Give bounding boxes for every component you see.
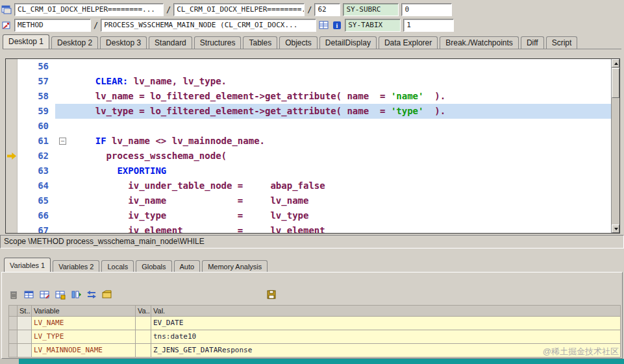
tab-break-watchpoints[interactable]: Break./Watchpoints — [440, 36, 519, 49]
code-text[interactable]: iv_name = lv_name — [55, 193, 611, 208]
code-text[interactable]: lv_type = lo_filtered_element->get_attri… — [55, 104, 611, 119]
code-text[interactable]: process_wsschema_node( — [55, 149, 611, 164]
table-row[interactable]: LV_TYPEtns:date10 — [8, 330, 621, 344]
line-number[interactable]: 59 — [18, 104, 55, 119]
code-segment: process_wsschema_node( — [73, 151, 227, 161]
status-cell — [18, 344, 32, 358]
code-segment: iv_under_table_node = abap_false — [73, 180, 325, 191]
table-row[interactable]: LV_NAMEEV_DATE — [8, 317, 621, 330]
info-icon[interactable]: i — [332, 20, 342, 30]
code-editor-panel: 5657 CLEAR: lv_name, lv_type.58 lv_name … — [5, 58, 620, 234]
header-va[interactable]: Va.. — [136, 305, 151, 317]
scroll-down-icon[interactable] — [612, 224, 619, 233]
watermark-text: @稀土掘金技术社区 — [543, 346, 619, 358]
tab-script[interactable]: Script — [546, 36, 578, 49]
tab-objects[interactable]: Objects — [279, 36, 318, 49]
line-number[interactable]: 66 — [18, 208, 55, 223]
tab-diff[interactable]: Diff — [521, 36, 544, 49]
code-segment: CLEAR: — [95, 76, 129, 86]
code-line: 57 CLEAR: lv_name, lv_type. — [6, 74, 611, 89]
bottom-teal-strip — [19, 359, 624, 364]
code-text[interactable]: iv_element = lv_element — [55, 223, 611, 234]
tab-detaildisplay[interactable]: DetailDisplay — [319, 36, 377, 49]
tab-locals[interactable]: Locals — [101, 260, 134, 273]
table-row[interactable]: LV_MAINNODE_NAMEZ_JENS_GET_DATAResponse — [8, 344, 621, 358]
line-number[interactable]: 62 — [18, 149, 55, 164]
row-selector[interactable] — [8, 344, 18, 358]
tab-globals[interactable]: Globals — [136, 260, 171, 273]
tab-auto[interactable]: Auto — [174, 260, 201, 273]
line-number-field[interactable]: 62 — [314, 3, 340, 16]
structure-grid-icon[interactable] — [319, 20, 329, 30]
variable-name-cell[interactable]: LV_NAME — [32, 317, 136, 330]
save-layout-icon[interactable] — [266, 289, 277, 300]
fold-marker-icon[interactable]: – — [59, 138, 66, 145]
tab-desktop-2[interactable]: Desktop 2 — [51, 36, 98, 49]
variables-table-body: LV_NAMEEV_DATELV_TYPEtns:date10LV_MAINNO… — [8, 317, 621, 358]
code-text[interactable]: lv_name = lo_filtered_element->get_attri… — [55, 89, 611, 104]
tab-desktop-1[interactable]: Desktop 1 — [3, 34, 49, 49]
swap-arrows-icon[interactable] — [86, 289, 97, 300]
table-display-icon[interactable] — [24, 289, 35, 300]
code-text[interactable]: – IF lv_name <> lv_mainnode_name. — [55, 134, 611, 149]
line-number[interactable]: 63 — [18, 164, 55, 178]
code-segment: EXPORTING — [117, 165, 166, 176]
topbar-row-2: METHOD / PROCESS_WSSCHEMA_MAIN_NODE (CL_… — [1, 18, 454, 32]
tab-memory-analysis[interactable]: Memory Analysis — [202, 260, 268, 273]
line-number[interactable]: 65 — [18, 193, 55, 208]
code-text[interactable]: CLEAR: lv_name, lv_type. — [55, 74, 611, 89]
line-number[interactable]: 67 — [18, 223, 55, 234]
table-change-icon[interactable] — [40, 289, 51, 300]
tab-desktop-3[interactable]: Desktop 3 — [100, 36, 147, 49]
method-name-field[interactable]: PROCESS_WSSCHEMA_MAIN_NODE (CL_CRM_OI_DO… — [101, 19, 316, 32]
scroll-up-icon[interactable] — [612, 59, 619, 67]
scrollbar-thumb[interactable] — [612, 68, 619, 98]
sy-tabix-value-field[interactable]: 1 — [403, 19, 454, 32]
line-number[interactable]: 60 — [18, 119, 55, 134]
tab-standard[interactable]: Standard — [149, 36, 192, 49]
topbar-row-1: CL_CRM_OI_DOCX_HELPER========... / CL_CR… — [1, 3, 452, 17]
header-value[interactable]: Val. — [151, 305, 621, 317]
variable-name-cell[interactable]: LV_TYPE — [32, 330, 136, 344]
include-name-field[interactable]: CL_CRM_OI_DOCX_HELPER========... — [173, 3, 305, 16]
row-selector[interactable] — [8, 330, 18, 344]
line-number[interactable]: 57 — [18, 74, 55, 89]
line-number[interactable]: 56 — [18, 59, 55, 74]
code-text[interactable] — [55, 119, 611, 134]
code-line: 61– IF lv_name <> lv_mainnode_name. — [6, 134, 611, 149]
sy-tabix-label-field: SY-TABIX — [345, 19, 401, 32]
code-text[interactable]: EXPORTING — [55, 164, 611, 178]
class-name-field[interactable]: CL_CRM_OI_DOCX_HELPER========... — [14, 3, 164, 16]
kind-field[interactable]: METHOD — [14, 19, 91, 32]
variable-name-cell[interactable]: LV_MAINNODE_NAME — [32, 344, 136, 358]
delete-icon[interactable] — [8, 289, 19, 300]
separator: / — [307, 5, 312, 14]
code-margin-cell — [6, 164, 18, 178]
tab-variables-1[interactable]: Variables 1 — [4, 258, 51, 273]
sy-subrc-value-field[interactable]: 0 — [401, 3, 452, 16]
row-selector[interactable] — [8, 317, 18, 330]
header-status[interactable]: St.. — [18, 305, 32, 317]
sort-columns-icon[interactable] — [71, 289, 82, 300]
tab-data-explorer[interactable]: Data Explorer — [379, 36, 438, 49]
execution-pointer-icon — [7, 152, 16, 160]
method-icon — [1, 20, 12, 30]
code-text[interactable] — [55, 59, 611, 74]
tab-structures[interactable]: Structures — [194, 36, 242, 49]
variables-table-header: St.. Variable Va.. Val. — [8, 305, 621, 317]
value-cell[interactable]: EV_DATE — [151, 317, 621, 330]
code-scrollbar[interactable] — [611, 59, 619, 233]
line-number[interactable]: 58 — [18, 89, 55, 104]
header-variable[interactable]: Variable — [32, 305, 136, 317]
line-number[interactable]: 64 — [18, 178, 55, 193]
bottom-strip — [0, 359, 624, 364]
tab-tables[interactable]: Tables — [243, 36, 277, 49]
value-cell[interactable]: tns:date10 — [151, 330, 621, 344]
code-margin-cell — [6, 193, 18, 208]
tab-variables-2[interactable]: Variables 2 — [53, 260, 99, 273]
table-save-icon[interactable] — [55, 289, 66, 300]
code-text[interactable]: iv_under_table_node = abap_false — [55, 178, 611, 193]
filter-icon[interactable] — [102, 289, 113, 300]
line-number[interactable]: 61 — [18, 134, 55, 149]
code-text[interactable]: iv_type = lv_type — [55, 208, 611, 223]
